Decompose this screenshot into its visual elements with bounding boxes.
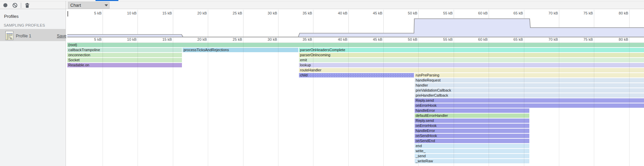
svg-text:%: % <box>10 37 12 40</box>
